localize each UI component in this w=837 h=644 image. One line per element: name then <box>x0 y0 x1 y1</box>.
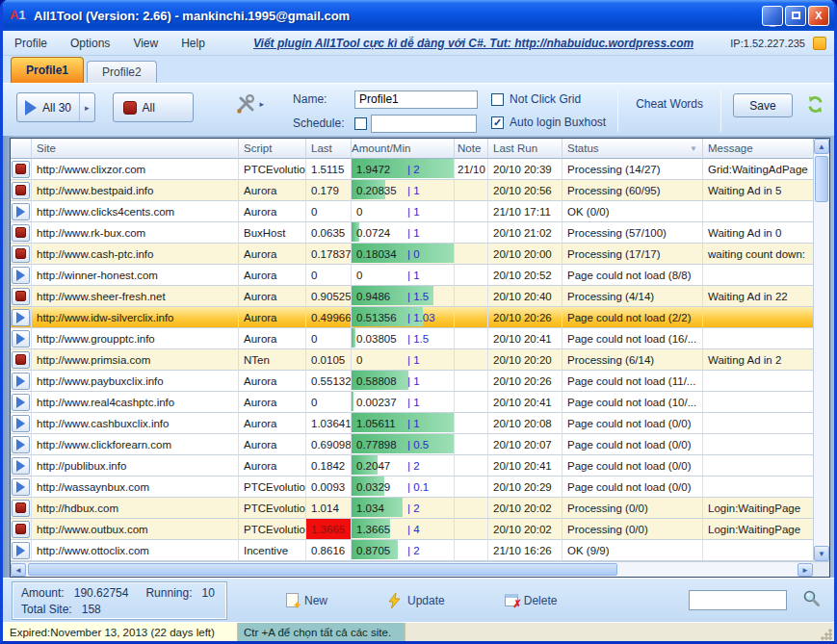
cell-last: 1.03641 <box>306 413 352 434</box>
scroll-up-button[interactable]: ▲ <box>814 139 829 154</box>
scroll-right-button[interactable]: ► <box>798 563 813 577</box>
row-stop-button[interactable] <box>12 182 30 199</box>
row-stop-button[interactable] <box>12 245 30 263</box>
stop-all-button[interactable]: All <box>113 92 194 122</box>
name-label: Name: <box>293 92 354 106</box>
schedule-input[interactable] <box>371 115 477 133</box>
row-stop-button[interactable] <box>12 161 30 178</box>
table-row[interactable]: http://wassaynbux.comPTCEvolution0.00930… <box>11 477 813 498</box>
table-row[interactable]: http://www.outbux.comPTCEvolution1.36651… <box>11 519 813 540</box>
row-start-button[interactable] <box>12 267 30 284</box>
cell-amount-min: 0| 1 <box>352 265 455 286</box>
not-click-grid-option[interactable]: Not Click Grid <box>491 89 606 110</box>
table-row[interactable]: http://www.real4cashptc.infoAurora00.002… <box>11 392 813 413</box>
run-all-button[interactable]: All 30 ▸ <box>16 92 95 122</box>
app-icon: A1 <box>10 8 29 23</box>
table-row[interactable]: http://hdbux.comPTCEvolution1.0141.034| … <box>11 498 813 519</box>
not-click-grid-checkbox[interactable] <box>491 93 504 106</box>
license-status: Expired:November 13, 2013 (22 days left) <box>3 623 238 642</box>
update-button[interactable]: Update <box>387 593 445 608</box>
table-row[interactable]: http://www.idw-silverclix.infoAurora0.49… <box>11 307 813 328</box>
table-row[interactable]: http://www.bestpaid.infoAurora0.1790.208… <box>11 180 813 201</box>
menu-item-options[interactable]: Options <box>70 37 110 50</box>
vertical-scroll-thumb[interactable] <box>815 156 828 202</box>
table-row[interactable]: http://www.cash-ptc.infoAurora0.178370.1… <box>11 244 813 265</box>
resize-grip[interactable] <box>821 629 832 640</box>
menu-item-help[interactable]: Help <box>181 37 205 50</box>
column-header-site[interactable]: Site <box>32 139 239 159</box>
auto-login-checkbox[interactable]: ✓ <box>491 116 504 129</box>
table-row[interactable]: http://www.sheer-fresh.netAurora0.905250… <box>11 286 813 307</box>
search-icon[interactable] <box>802 589 821 611</box>
menu-item-view[interactable]: View <box>133 37 158 50</box>
column-header-amount-min[interactable]: Amount/Min <box>352 139 455 159</box>
cell-last-run: 21/10 16:26 <box>488 540 562 561</box>
minimize-button[interactable]: _ <box>762 6 783 26</box>
menu-item-profile[interactable]: Profile <box>14 37 47 50</box>
row-start-button[interactable] <box>12 309 30 326</box>
play-icon <box>16 397 25 408</box>
table-row[interactable]: http://www.rk-bux.comBuxHost0.06350.0724… <box>11 222 813 244</box>
table-row[interactable]: http://www.cashbuxclix.infoAurora1.03641… <box>11 413 813 434</box>
close-button[interactable]: X <box>808 6 829 26</box>
scroll-left-button[interactable]: ◄ <box>11 563 26 577</box>
row-stop-button[interactable] <box>12 500 30 517</box>
table-row[interactable]: http://winner-honest.comAurora00| 120/10… <box>11 265 813 286</box>
vertical-scrollbar[interactable]: ▲ ▼ <box>813 139 829 561</box>
new-button[interactable]: ✦ New <box>286 593 327 607</box>
row-stop-button[interactable] <box>12 224 30 242</box>
row-stop-button[interactable] <box>12 288 30 305</box>
table-row[interactable]: http://www.clicks4cents.comAurora00| 121… <box>11 201 813 222</box>
run-all-dropdown[interactable]: ▸ <box>79 93 94 121</box>
banner-link[interactable]: Viết plugin All1Tool cực kì dễ dàng với … <box>228 37 719 50</box>
tab-profile1[interactable]: Profile1 <box>11 57 84 83</box>
cell-script: PTCEvolution <box>239 477 306 498</box>
cell-message: Login:WaitingPage <box>703 498 813 519</box>
cell-last-run: 21/10 17:11 <box>488 201 562 222</box>
column-header-note[interactable]: Note <box>455 139 488 159</box>
auto-login-option[interactable]: ✓ Auto login Buxhost <box>491 112 606 133</box>
table-row[interactable]: http://www.primsia.comNTen0.01050| 120/1… <box>11 349 813 371</box>
tab-profile2[interactable]: Profile2 <box>87 61 157 83</box>
row-start-button[interactable] <box>12 436 30 453</box>
ip-address: IP:1.52.227.235 <box>730 38 805 49</box>
cell-script: Aurora <box>239 371 306 392</box>
cheat-words-button[interactable]: Cheat Words <box>630 97 709 111</box>
horizontal-scrollbar[interactable]: ◄ ► <box>11 561 829 577</box>
play-icon <box>16 206 25 218</box>
profile-name-input[interactable] <box>354 90 478 109</box>
refresh-icon[interactable] <box>806 95 824 117</box>
row-start-button[interactable] <box>12 415 30 432</box>
maximize-button[interactable] <box>785 6 806 26</box>
tools-icon[interactable] <box>234 92 257 116</box>
table-row[interactable]: http://publibux.infoAurora0.18420.2047| … <box>11 455 813 477</box>
delete-button[interactable]: ✗ Delete <box>505 594 558 607</box>
column-header-last-run[interactable]: Last Run <box>488 139 562 159</box>
scroll-down-button[interactable]: ▼ <box>814 546 829 561</box>
row-start-button[interactable] <box>12 457 30 475</box>
row-start-button[interactable] <box>12 542 30 559</box>
column-header-script[interactable]: Script <box>239 139 306 159</box>
row-start-button[interactable] <box>12 203 30 220</box>
column-header-last[interactable]: Last <box>306 139 352 159</box>
tools-dropdown[interactable]: ▸ <box>260 99 265 109</box>
collapse-button[interactable] <box>813 37 826 50</box>
row-start-button[interactable] <box>12 373 30 390</box>
row-start-button[interactable] <box>12 394 30 411</box>
row-stop-button[interactable] <box>12 521 30 538</box>
table-row[interactable]: http://www.ottoclix.comIncentive0.86160.… <box>11 540 813 561</box>
table-row[interactable]: http://www.paybuxclix.infoAurora0.551320… <box>11 371 813 392</box>
column-header-status[interactable]: Status▼ <box>562 139 703 159</box>
row-start-button[interactable] <box>12 330 30 348</box>
row-start-button[interactable] <box>12 478 30 496</box>
horizontal-scroll-thumb[interactable] <box>28 563 617 576</box>
search-input[interactable] <box>689 590 787 610</box>
row-stop-button[interactable] <box>12 351 30 369</box>
column-header-message[interactable]: Message <box>703 139 813 159</box>
table-row[interactable]: http://www.clixzor.comPTCEvolution1.5115… <box>11 159 813 180</box>
stop-icon <box>15 524 26 534</box>
save-button[interactable]: Save <box>733 93 793 117</box>
schedule-checkbox[interactable] <box>354 117 367 130</box>
table-row[interactable]: http://www.clickforearn.comAurora0.69098… <box>11 434 813 455</box>
table-row[interactable]: http://www.groupptc.infoAurora00.03805| … <box>11 328 813 349</box>
